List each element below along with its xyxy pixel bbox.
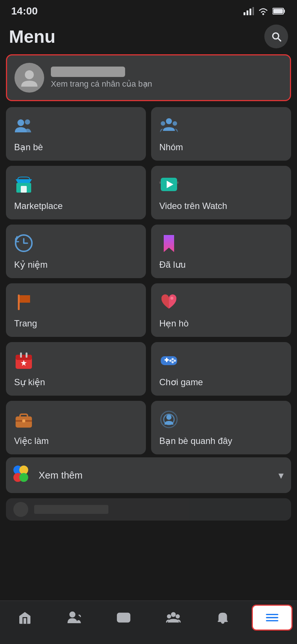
partial-section bbox=[6, 498, 291, 521]
svg-point-48 bbox=[167, 615, 170, 618]
nav-item-notifications[interactable] bbox=[202, 605, 243, 631]
grid-item-viec-lam[interactable]: Việc làm bbox=[6, 401, 146, 454]
wifi-icon bbox=[258, 7, 269, 15]
svg-rect-28 bbox=[26, 352, 27, 358]
svg-rect-19 bbox=[177, 181, 179, 184]
grid-item-ban-be-quanh-day-label: Bạn bè quanh đây bbox=[159, 436, 232, 446]
search-button[interactable] bbox=[264, 25, 288, 48]
svg-point-7 bbox=[25, 70, 34, 79]
svg-point-43 bbox=[166, 415, 172, 420]
svg-point-11 bbox=[161, 121, 165, 126]
grid-item-video-watch[interactable]: Video trên Watch bbox=[151, 166, 291, 219]
svg-rect-26 bbox=[16, 355, 32, 360]
grid-item-trang[interactable]: Trang bbox=[6, 283, 146, 337]
grid-item-ky-niem[interactable]: Kỷ niệm bbox=[6, 225, 146, 278]
memories-icon bbox=[14, 234, 33, 253]
saved-icon bbox=[159, 234, 179, 253]
svg-point-44 bbox=[70, 612, 75, 617]
grid-item-ban-be[interactable]: Bạn bè bbox=[6, 107, 146, 161]
svg-point-12 bbox=[173, 121, 177, 126]
grid-item-nhom-label: Nhóm bbox=[159, 142, 183, 152]
status-bar: 14:00 bbox=[0, 0, 297, 21]
dating-icon bbox=[159, 292, 179, 312]
svg-point-9 bbox=[25, 119, 30, 125]
header: Menu bbox=[0, 21, 297, 54]
grid-row-2: Marketplace Video trên Watch bbox=[6, 166, 291, 219]
groups-icon bbox=[159, 116, 179, 135]
profile-subtitle: Xem trang cá nhân của bạn bbox=[51, 79, 152, 89]
battery-icon bbox=[272, 7, 286, 15]
signal-icon bbox=[244, 7, 254, 15]
svg-point-33 bbox=[172, 358, 174, 360]
marketplace-icon bbox=[14, 175, 33, 194]
grid-row-1: Bạn bè Nhóm bbox=[6, 107, 291, 161]
bell-icon bbox=[215, 610, 230, 625]
svg-rect-15 bbox=[16, 179, 31, 180]
home-icon bbox=[17, 610, 32, 625]
pages-icon bbox=[14, 292, 33, 312]
groups-nav-icon bbox=[166, 610, 181, 625]
svg-point-10 bbox=[166, 118, 172, 124]
page-title: Menu bbox=[9, 26, 55, 47]
grid-item-da-luu-label: Đã lưu bbox=[159, 260, 186, 270]
grid-row-3: Kỷ niệm Đã lưu bbox=[6, 225, 291, 278]
grid-item-choi-game-label: Chơi game bbox=[159, 377, 203, 387]
grid-item-choi-game[interactable]: Chơi game bbox=[151, 342, 291, 396]
nav-item-groups[interactable] bbox=[153, 605, 194, 631]
see-more-icons bbox=[13, 466, 33, 485]
grid-item-ban-be-label: Bạn bè bbox=[14, 142, 43, 152]
events-icon bbox=[14, 351, 33, 370]
svg-point-24 bbox=[170, 297, 173, 300]
svg-rect-18 bbox=[159, 181, 161, 184]
watch-nav-icon bbox=[116, 610, 131, 625]
avatar-icon bbox=[18, 67, 40, 89]
svg-rect-2 bbox=[249, 9, 251, 15]
svg-rect-32 bbox=[166, 358, 167, 362]
svg-rect-0 bbox=[244, 12, 245, 15]
grid-item-hen-ho[interactable]: Hẹn hò bbox=[151, 283, 291, 337]
see-more-section[interactable]: Xem thêm ▾ bbox=[6, 457, 291, 493]
svg-point-35 bbox=[172, 361, 174, 363]
see-more-left: Xem thêm bbox=[13, 466, 83, 485]
menu-grid: Bạn bè Nhóm bbox=[0, 107, 297, 454]
svg-point-8 bbox=[17, 119, 24, 126]
watch-icon bbox=[159, 175, 179, 194]
grid-row-4: Trang Hẹn hò bbox=[6, 283, 291, 337]
partial-icon bbox=[13, 502, 28, 517]
grid-item-su-kien[interactable]: Sự kiện bbox=[6, 342, 146, 396]
svg-rect-1 bbox=[247, 10, 248, 15]
svg-rect-14 bbox=[21, 186, 27, 193]
svg-marker-23 bbox=[20, 295, 30, 303]
grid-item-marketplace-label: Marketplace bbox=[14, 201, 63, 211]
nav-item-friends[interactable] bbox=[54, 605, 95, 631]
grid-item-hen-ho-label: Hẹn hò bbox=[159, 318, 189, 329]
nearby-icon bbox=[159, 410, 179, 429]
grid-item-marketplace[interactable]: Marketplace bbox=[6, 166, 146, 219]
svg-rect-40 bbox=[22, 419, 25, 422]
friends-icon bbox=[14, 116, 33, 135]
svg-point-47 bbox=[172, 613, 175, 616]
grid-item-viec-lam-label: Việc làm bbox=[14, 436, 49, 446]
grid-row-6: Việc làm Bạn bè quanh đây bbox=[6, 401, 291, 454]
menu-icon bbox=[265, 610, 280, 625]
grid-item-da-luu[interactable]: Đã lưu bbox=[151, 225, 291, 278]
grid-item-trang-label: Trang bbox=[14, 318, 37, 329]
grid-item-su-kien-label: Sự kiện bbox=[14, 377, 45, 387]
partial-text bbox=[34, 505, 108, 514]
svg-point-36 bbox=[169, 360, 172, 362]
nav-item-home[interactable] bbox=[4, 605, 45, 631]
svg-point-49 bbox=[176, 615, 179, 618]
svg-rect-27 bbox=[20, 352, 22, 358]
nav-item-menu[interactable] bbox=[252, 605, 293, 631]
search-icon bbox=[270, 30, 282, 42]
friends-nav-icon bbox=[67, 610, 82, 625]
jobs-icon bbox=[14, 410, 33, 429]
svg-point-34 bbox=[174, 360, 176, 362]
dot-green bbox=[19, 473, 28, 482]
profile-section[interactable]: Xem trang cá nhân của bạn bbox=[6, 54, 291, 101]
svg-rect-38 bbox=[20, 414, 27, 418]
grid-item-nhom[interactable]: Nhóm bbox=[151, 107, 291, 161]
grid-item-ban-be-quanh-day[interactable]: Bạn bè quanh đây bbox=[151, 401, 291, 454]
nav-item-watch[interactable] bbox=[103, 605, 144, 631]
svg-rect-21 bbox=[18, 294, 20, 310]
